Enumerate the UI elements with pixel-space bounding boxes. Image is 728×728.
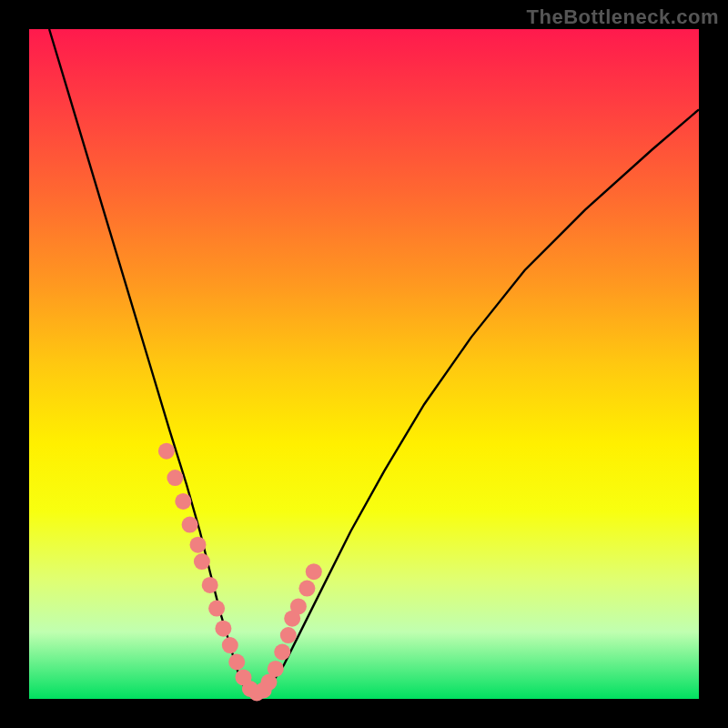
dot-marker <box>202 577 218 593</box>
plot-area <box>29 29 699 699</box>
dot-marker <box>306 563 322 580</box>
bottleneck-curve <box>49 29 699 693</box>
dot-marker <box>280 627 297 643</box>
dot-marker <box>298 581 315 597</box>
dot-marker <box>215 621 231 637</box>
dot-marker <box>290 598 307 614</box>
dot-marker <box>182 517 198 533</box>
dot-marker <box>228 654 245 671</box>
dot-marker <box>208 601 225 617</box>
dot-marker <box>167 470 183 486</box>
dot-marker <box>158 443 175 460</box>
chart-svg <box>29 29 699 699</box>
chart-frame: TheBottleneck.com <box>0 0 728 728</box>
dot-marker <box>190 537 207 553</box>
highlight-dots <box>158 443 322 702</box>
dot-marker <box>268 661 284 677</box>
dot-marker <box>274 644 290 661</box>
dot-marker <box>194 553 210 570</box>
watermark-text: TheBottleneck.com <box>527 5 719 29</box>
dot-marker <box>175 493 191 510</box>
dot-marker <box>222 637 238 653</box>
